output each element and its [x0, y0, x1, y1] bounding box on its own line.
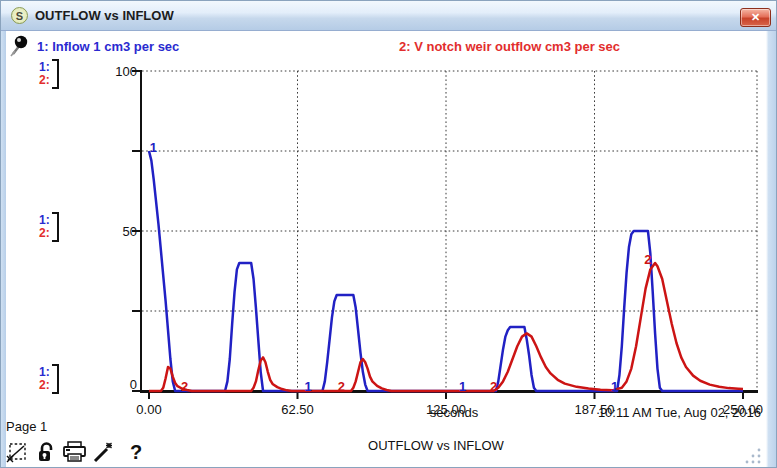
- graph-window: S OUTFLOW vs INFLOW ✕ 1: Inflow 1 cm3 pe…: [0, 0, 777, 468]
- line-chart: 0501000.0062.50125.00187.50250.001111222…: [1, 1, 777, 436]
- svg-text:1: 1: [150, 140, 157, 155]
- print-icon[interactable]: [62, 439, 88, 465]
- dashed-selection-icon[interactable]: [4, 439, 30, 465]
- svg-text:50: 50: [123, 224, 137, 239]
- svg-text:1: 1: [611, 379, 618, 394]
- page-indicator: Page 1: [6, 419, 47, 434]
- svg-text:1: 1: [305, 379, 312, 394]
- help-icon[interactable]: ?: [130, 441, 142, 464]
- svg-text:62.50: 62.50: [281, 402, 314, 417]
- x-axis-title: seconds: [394, 405, 514, 420]
- wand-icon[interactable]: [91, 439, 117, 465]
- svg-text:1: 1: [459, 379, 466, 394]
- run-timestamp: 10:11 AM Tue, Aug 02, 2016: [598, 405, 761, 420]
- graph-title: OUTFLOW vs INFLOW: [301, 438, 571, 453]
- svg-text:2: 2: [490, 379, 497, 394]
- svg-text:2: 2: [644, 252, 651, 267]
- svg-text:100: 100: [115, 64, 137, 79]
- resize-grip-icon[interactable]: [741, 447, 763, 465]
- svg-text:0: 0: [130, 377, 137, 392]
- graph-toolbar: ?: [4, 439, 142, 465]
- svg-text:0.00: 0.00: [136, 402, 161, 417]
- lock-icon[interactable]: [33, 439, 59, 465]
- svg-text:2: 2: [181, 379, 188, 394]
- svg-text:2: 2: [338, 379, 345, 394]
